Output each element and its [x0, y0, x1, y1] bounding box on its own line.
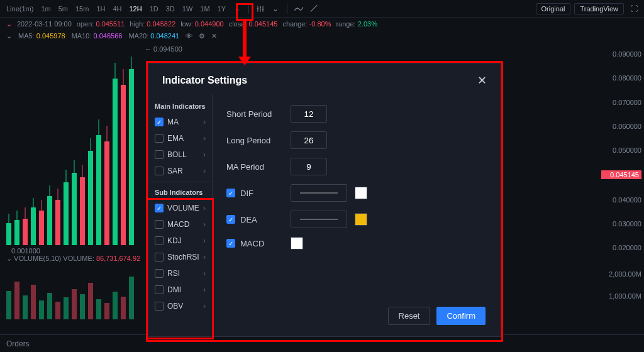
- settings-icon[interactable]: [254, 3, 267, 15]
- checkbox-icon[interactable]: ✓: [155, 204, 164, 212]
- checkbox-icon[interactable]: [155, 220, 164, 229]
- sidebar-item-volume[interactable]: ✓VOLUME›: [148, 200, 212, 216]
- indicator-settings-modal: Indicator Settings ✕ Main Indicators ✓MA…: [148, 63, 501, 337]
- ma-bar: ⌄ MA5: 0.045978 MA10: 0.046566 MA20: 0.0…: [0, 31, 644, 41]
- sidebar-item-boll[interactable]: BOLL›: [148, 146, 212, 163]
- ma-period-label: MA Period: [226, 162, 283, 172]
- tf-1D[interactable]: 1D: [147, 5, 161, 13]
- confirm-button[interactable]: Confirm: [436, 307, 486, 325]
- ma10-value: 0.046566: [94, 32, 123, 40]
- tradingview-button[interactable]: TradingView: [574, 3, 624, 14]
- long-period-input[interactable]: [291, 131, 327, 149]
- close-icon[interactable]: ✕: [211, 32, 217, 40]
- chevron-down-icon[interactable]: ⌄: [6, 32, 12, 40]
- checkbox-icon[interactable]: [155, 236, 164, 245]
- chevron-down-icon[interactable]: ⌄: [6, 20, 12, 28]
- reset-button[interactable]: Reset: [388, 307, 431, 325]
- tf-12H[interactable]: 12H: [127, 5, 145, 13]
- dea-checkbox[interactable]: ✓: [226, 215, 235, 224]
- macd-color-swatch[interactable]: [291, 237, 303, 250]
- sidebar-item-dmi[interactable]: DMI›: [148, 282, 212, 298]
- tf-1W[interactable]: 1W: [180, 5, 196, 13]
- annotation-arrow-icon: [243, 20, 247, 58]
- close-icon[interactable]: ✕: [477, 74, 487, 87]
- svg-point-2: [263, 9, 264, 9]
- tf-1H[interactable]: 1H: [94, 5, 108, 13]
- checkbox-icon[interactable]: [155, 253, 164, 261]
- sidebar-item-stochrsi[interactable]: StochRSI›: [148, 249, 212, 265]
- chevron-right-icon: ›: [203, 118, 206, 126]
- chevron-right-icon: ›: [203, 134, 206, 143]
- sidebar-item-rsi[interactable]: RSI›: [148, 265, 212, 282]
- checkbox-icon[interactable]: [155, 167, 164, 175]
- original-button[interactable]: Original: [536, 3, 571, 14]
- ma-period-input[interactable]: [291, 158, 327, 175]
- chevron-right-icon: ›: [203, 236, 206, 245]
- dif-label: DIF: [240, 189, 253, 198]
- checkbox-icon[interactable]: [155, 150, 164, 159]
- sidebar-item-macd[interactable]: MACD›: [148, 216, 212, 233]
- tf-1M[interactable]: 1M: [197, 5, 212, 13]
- tf-15m[interactable]: 15m: [73, 5, 91, 13]
- macd-label: MACD: [240, 239, 264, 248]
- tf-5m[interactable]: 5m: [56, 5, 70, 13]
- checkbox-icon[interactable]: [155, 302, 164, 311]
- volume-label: ⌄ VOLUME(5,10) VOLUME: 86,731,674.92: [6, 255, 140, 263]
- long-period-label: Long Period: [226, 136, 283, 145]
- svg-point-0: [257, 8, 258, 9]
- draw-icon[interactable]: [308, 3, 320, 15]
- dif-checkbox[interactable]: ✓: [226, 189, 235, 197]
- dif-line-select[interactable]: [291, 184, 347, 202]
- chevron-right-icon: ›: [203, 302, 206, 311]
- sub-indicators-label: Sub Indicators: [148, 182, 212, 200]
- ohlc-bar: ⌄ 2022-03-11 09:00 open: 0.045511 high: …: [0, 18, 644, 31]
- eye-icon[interactable]: 👁: [186, 32, 192, 40]
- chevron-down-icon[interactable]: ⌄: [231, 3, 243, 15]
- ohlc-datetime: 2022-03-11 09:00: [17, 20, 72, 28]
- orders-tab[interactable]: Orders: [6, 339, 30, 348]
- price-badge: 0.045145: [601, 170, 641, 179]
- checkbox-icon[interactable]: [155, 134, 164, 143]
- chevron-right-icon: ›: [203, 167, 206, 175]
- chevron-right-icon: ›: [203, 253, 206, 261]
- indicator-icon[interactable]: [292, 3, 305, 15]
- sidebar-item-obv[interactable]: OBV›: [148, 298, 212, 314]
- tf-1m[interactable]: 1m: [38, 5, 53, 13]
- dif-color-swatch[interactable]: [355, 187, 367, 199]
- dea-line-select[interactable]: [291, 211, 347, 228]
- chevron-right-icon: ›: [203, 269, 206, 278]
- sidebar-item-ma[interactable]: ✓MA›: [148, 114, 212, 130]
- modal-title: Indicator Settings: [162, 75, 247, 86]
- fullscreen-icon[interactable]: ⛶: [628, 3, 640, 15]
- gear-icon[interactable]: ⚙: [199, 32, 205, 40]
- ohlc-open: 0.045511: [96, 20, 125, 28]
- sidebar-item-ema[interactable]: EMA›: [148, 130, 212, 146]
- short-period-label: Short Period: [226, 109, 283, 119]
- ma20-value: 0.048241: [150, 32, 179, 40]
- checkbox-icon[interactable]: [155, 285, 164, 294]
- indicator-settings-panel: Short Period Long Period MA Period ✓DIF …: [213, 94, 501, 338]
- sidebar-item-kdj[interactable]: KDJ›: [148, 233, 212, 249]
- tf-4H[interactable]: 4H: [110, 5, 124, 13]
- short-period-input[interactable]: [291, 105, 327, 123]
- dea-label: DEA: [240, 215, 257, 224]
- line-button[interactable]: Line(1m): [4, 5, 36, 13]
- volume-chart[interactable]: [6, 264, 134, 319]
- y-axis: 0.090000 0.080000 0.070000 0.060000 0.05…: [601, 50, 644, 251]
- sidebar-item-sar[interactable]: SAR›: [148, 163, 212, 179]
- ohlc-low: 0.044900: [195, 20, 224, 28]
- chevron-right-icon: ›: [203, 220, 206, 229]
- chevron-right-icon: ›: [203, 285, 206, 294]
- dea-color-swatch[interactable]: [355, 213, 367, 226]
- indicator-sidebar: Main Indicators ✓MA› EMA› BOLL› SAR› Sub…: [148, 94, 213, 338]
- tf-1Y[interactable]: 1Y: [215, 5, 228, 13]
- volume-y-axis: 2,000.00M 1,000.00M: [601, 263, 644, 307]
- checkbox-icon[interactable]: ✓: [155, 118, 164, 126]
- svg-point-1: [260, 7, 260, 8]
- checkbox-icon[interactable]: [155, 269, 164, 278]
- chevron-down-icon[interactable]: ⌄: [269, 3, 282, 15]
- ohlc-change: -0.80%: [309, 20, 331, 28]
- macd-checkbox[interactable]: ✓: [226, 239, 235, 248]
- tf-3D[interactable]: 3D: [164, 5, 177, 13]
- chevron-down-icon[interactable]: ⌄: [6, 255, 12, 262]
